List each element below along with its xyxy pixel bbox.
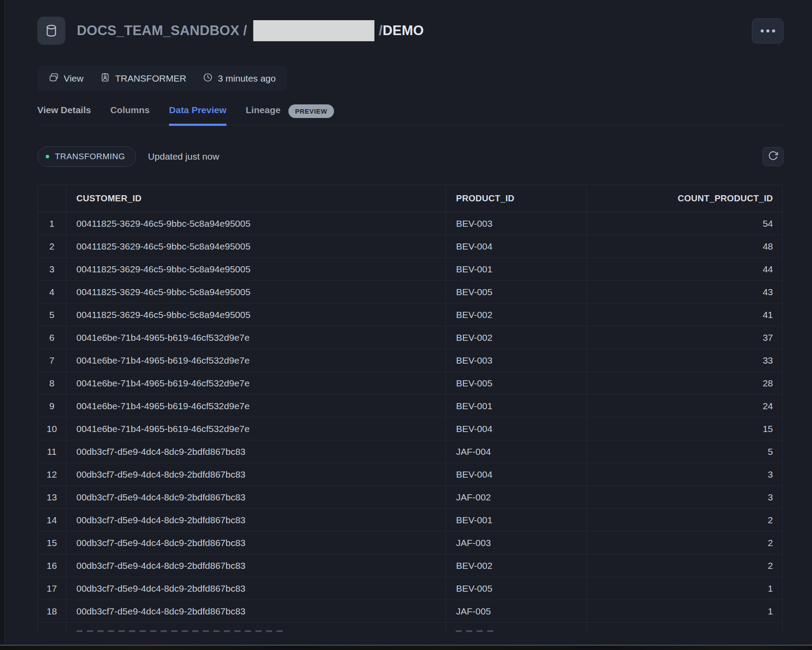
clipped-text xyxy=(76,630,287,632)
owner-role-badge: TRANSFORMER xyxy=(100,72,186,85)
cell-count: 44 xyxy=(587,258,783,281)
cell-product: BEV-005 xyxy=(446,577,587,600)
cell-count: 37 xyxy=(587,326,783,349)
table-row: 300411825-3629-46c5-9bbc-5c8a94e95005BEV… xyxy=(38,258,782,281)
cell-count: 3 xyxy=(587,463,783,486)
cell-num: 16 xyxy=(38,554,66,577)
cell-count: 3 xyxy=(587,486,783,509)
cell-product: JAF-004 xyxy=(446,440,587,463)
clipped-text xyxy=(456,630,496,632)
cell-customer: 00db3cf7-d5e9-4dc4-8dc9-2bdfd867bc83 xyxy=(66,554,446,577)
cell-num: 11 xyxy=(38,440,66,463)
table-row: 1300db3cf7-d5e9-4dc4-8dc9-2bdfd867bc83JA… xyxy=(38,486,782,509)
cell-count: 48 xyxy=(587,235,783,258)
cell-count: 15 xyxy=(587,418,783,440)
tab-lineage[interactable]: Lineage xyxy=(246,105,280,126)
cell-count: 54 xyxy=(587,212,783,235)
column-header-product-id[interactable]: PRODUCT_ID xyxy=(446,185,587,212)
object-type-label: View xyxy=(64,73,83,84)
page-title-separator: / xyxy=(379,23,383,39)
table-row: 400411825-3629-46c5-9bbc-5c8a94e95005BEV… xyxy=(38,281,782,304)
cell-num: 3 xyxy=(38,258,66,281)
table-row: 100411825-3629-46c5-9bbc-5c8a94e95005BEV… xyxy=(38,212,782,235)
cell-customer: 00411825-3629-46c5-9bbc-5c8a94e95005 xyxy=(66,304,446,326)
cell-product: BEV-002 xyxy=(446,554,587,577)
cell-product: BEV-005 xyxy=(446,281,587,304)
cell-count: 5 xyxy=(587,440,783,463)
created-ago-badge: 3 minutes ago xyxy=(203,72,276,85)
cell-customer: 0041e6be-71b4-4965-b619-46cf532d9e7e xyxy=(66,372,446,395)
id-badge-icon xyxy=(100,72,110,85)
cell-product: BEV-004 xyxy=(446,418,587,440)
cell-product: BEV-004 xyxy=(446,235,587,258)
more-actions-button[interactable] xyxy=(752,18,783,43)
meta-bar: View TRANSFORMER 3 minutes ago xyxy=(37,66,287,91)
tab-data-preview[interactable]: Data Preview xyxy=(169,105,226,126)
partial-row xyxy=(38,623,782,634)
cell-num: 18 xyxy=(38,600,66,623)
ellipsis-icon xyxy=(761,29,764,32)
owner-role-label: TRANSFORMER xyxy=(115,73,186,84)
page-title-prefix: DOCS_TEAM_SANDBOX / xyxy=(77,23,247,39)
cell-count: 41 xyxy=(587,304,783,326)
table-row: 500411825-3629-46c5-9bbc-5c8a94e95005BEV… xyxy=(38,304,782,326)
table-row: 60041e6be-71b4-4965-b619-46cf532d9e7eBEV… xyxy=(38,326,782,349)
cell-product: JAF-005 xyxy=(446,600,587,623)
table-body: 100411825-3629-46c5-9bbc-5c8a94e95005BEV… xyxy=(38,212,782,623)
cell-customer: 00db3cf7-d5e9-4dc4-8dc9-2bdfd867bc83 xyxy=(66,509,446,532)
cell-customer: 0041e6be-71b4-4965-b619-46cf532d9e7e xyxy=(66,326,446,349)
cell-customer: 00db3cf7-d5e9-4dc4-8dc9-2bdfd867bc83 xyxy=(66,600,446,623)
database-icon xyxy=(37,17,65,45)
cell-count: 2 xyxy=(587,509,783,532)
page-title-object-name: DEMO xyxy=(383,23,424,39)
cell-customer: 00db3cf7-d5e9-4dc4-8dc9-2bdfd867bc83 xyxy=(66,486,446,509)
ellipsis-icon xyxy=(772,29,775,32)
cell-count: 2 xyxy=(587,532,783,554)
refresh-icon xyxy=(768,150,779,163)
refresh-button[interactable] xyxy=(762,147,783,166)
ellipsis-icon xyxy=(766,29,769,32)
data-preview-table: CUSTOMER_ID PRODUCT_ID COUNT_PRODUCT_ID … xyxy=(37,185,783,634)
cell-num: 9 xyxy=(38,395,66,418)
cell-customer: 00411825-3629-46c5-9bbc-5c8a94e95005 xyxy=(66,281,446,304)
table-row: 1700db3cf7-d5e9-4dc4-8dc9-2bdfd867bc83BE… xyxy=(38,577,782,600)
panel-left-edge xyxy=(0,0,5,650)
cell-count: 2 xyxy=(587,554,783,577)
created-ago-label: 3 minutes ago xyxy=(218,73,276,84)
cell-num: 10 xyxy=(38,418,66,440)
cell-product: BEV-002 xyxy=(446,326,587,349)
cell-product: BEV-001 xyxy=(446,509,587,532)
tab-columns[interactable]: Columns xyxy=(110,105,150,126)
table-row: 1600db3cf7-d5e9-4dc4-8dc9-2bdfd867bc83BE… xyxy=(38,554,782,577)
cell-product: JAF-002 xyxy=(446,486,587,509)
preview-feature-badge: PREVIEW xyxy=(288,104,334,118)
object-type-badge: View xyxy=(49,72,83,85)
status-row: TRANSFORMING Updated just now xyxy=(37,146,783,167)
cell-count: 1 xyxy=(587,600,783,623)
table-row: 1200db3cf7-d5e9-4dc4-8dc9-2bdfd867bc83BE… xyxy=(38,463,782,486)
cell-count: 43 xyxy=(587,281,783,304)
cell-customer: 00db3cf7-d5e9-4dc4-8dc9-2bdfd867bc83 xyxy=(66,532,446,554)
table-row: 1500db3cf7-d5e9-4dc4-8dc9-2bdfd867bc83JA… xyxy=(38,532,782,554)
cell-count: 28 xyxy=(587,372,783,395)
tab-view-details[interactable]: View Details xyxy=(37,105,91,126)
cell-num: 15 xyxy=(38,532,66,554)
column-header-customer-id[interactable]: CUSTOMER_ID xyxy=(66,185,446,212)
cell-customer: 0041e6be-71b4-4965-b619-46cf532d9e7e xyxy=(66,418,446,440)
cell-product: BEV-005 xyxy=(446,372,587,395)
column-header-count-product-id[interactable]: COUNT_PRODUCT_ID xyxy=(587,185,783,212)
column-header-row-number xyxy=(38,185,66,212)
cell-customer: 00411825-3629-46c5-9bbc-5c8a94e95005 xyxy=(66,212,446,235)
title-row: DOCS_TEAM_SANDBOX //DEMO xyxy=(37,17,783,45)
clock-icon xyxy=(203,72,213,85)
cell-num: 13 xyxy=(38,486,66,509)
table-row: 1100db3cf7-d5e9-4dc4-8dc9-2bdfd867bc83JA… xyxy=(38,440,782,463)
cell-customer: 0041e6be-71b4-4965-b619-46cf532d9e7e xyxy=(66,349,446,372)
cell-product: BEV-004 xyxy=(446,463,587,486)
cell-num: 4 xyxy=(38,281,66,304)
page-title: DOCS_TEAM_SANDBOX //DEMO xyxy=(77,20,424,41)
cell-product: BEV-001 xyxy=(446,258,587,281)
cell-num: 6 xyxy=(38,326,66,349)
table-header-row: CUSTOMER_ID PRODUCT_ID COUNT_PRODUCT_ID xyxy=(38,185,782,212)
cell-customer: 00db3cf7-d5e9-4dc4-8dc9-2bdfd867bc83 xyxy=(66,440,446,463)
